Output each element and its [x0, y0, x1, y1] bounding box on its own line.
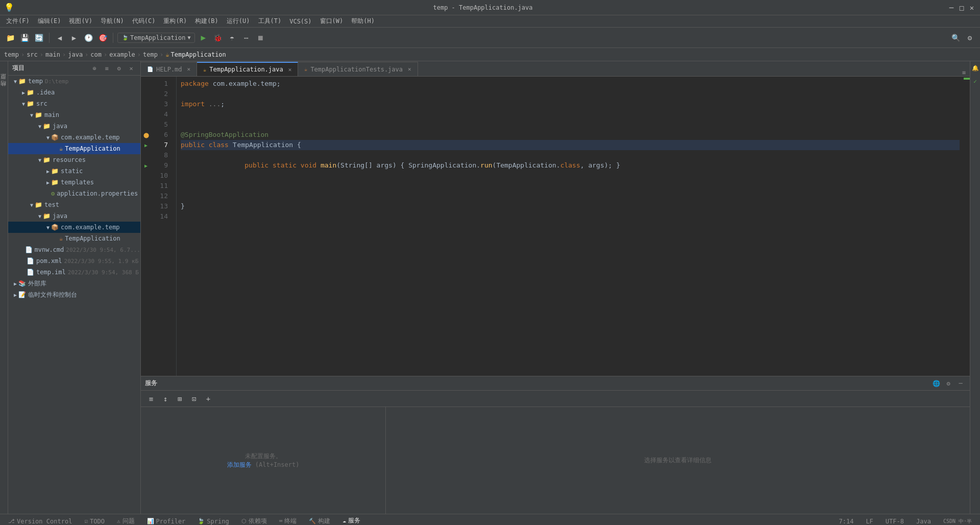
- sync-button[interactable]: 🔄: [33, 32, 45, 44]
- forward-button[interactable]: ▶: [68, 32, 80, 44]
- right-icon-notifications[interactable]: 🔔: [971, 63, 980, 73]
- panel-locate-button[interactable]: ⊕: [89, 63, 100, 74]
- services-expand-button[interactable]: ⊡: [188, 393, 200, 405]
- tree-item-tempapptests[interactable]: ☕ TempApplication: [8, 233, 140, 244]
- tree-item-templates[interactable]: ▶ 📁 templates: [8, 177, 140, 188]
- bottom-tab-dependencies[interactable]: ⬡ 依赖项: [237, 516, 271, 525]
- menu-build[interactable]: 构建(B): [191, 16, 223, 27]
- bottom-tab-profiler[interactable]: 📊 Profiler: [143, 517, 190, 526]
- tree-item-tempapplication[interactable]: ☕ TempApplication: [8, 143, 140, 154]
- services-globe-button[interactable]: 🌐: [931, 378, 941, 389]
- breadcrumb-item-temp[interactable]: temp: [4, 51, 19, 58]
- panel-options-button[interactable]: ⚙: [114, 63, 124, 74]
- bottom-tab-spring[interactable]: 🍃 Spring: [193, 517, 233, 526]
- tree-item-iml[interactable]: 📄 temp.iml 2022/3/30 9:54, 368 Б: [8, 267, 140, 278]
- menu-view[interactable]: 视图(V): [65, 16, 96, 27]
- menu-navigate[interactable]: 导航(N): [96, 16, 128, 27]
- services-list-button[interactable]: ≡: [145, 393, 157, 405]
- breadcrumb-item-src[interactable]: src: [27, 51, 38, 58]
- services-minimize-button[interactable]: ─: [955, 378, 966, 389]
- status-lang[interactable]: Java: [912, 517, 935, 526]
- tree-item-package[interactable]: ▼ 📦 com.example.temp: [8, 132, 140, 143]
- tree-item-pom[interactable]: 📄 pom.xml 2022/3/30 9:55, 1.9 кБ: [8, 255, 140, 267]
- tree-item-resources[interactable]: ▼ 📁 resources: [8, 154, 140, 165]
- nav-button[interactable]: 🎯: [96, 32, 109, 44]
- tree-item-mvnw[interactable]: 📄 mvnw.cmd 2022/3/30 9:54, 6.7...: [8, 244, 140, 255]
- tree-item-src[interactable]: ▼ 📁 src: [8, 98, 140, 109]
- menu-window[interactable]: 窗口(W): [316, 16, 348, 27]
- folder-icon-test: 📁: [35, 201, 42, 208]
- menu-file[interactable]: 文件(F): [2, 16, 34, 27]
- run-button[interactable]: ▶: [197, 32, 209, 44]
- tab-tempapplication-java[interactable]: ☕ TempApplication.java ✕: [197, 62, 298, 76]
- breadcrumb-item-example[interactable]: example: [109, 51, 135, 58]
- close-button[interactable]: ✕: [968, 4, 976, 12]
- breadcrumb-item-current[interactable]: ☕TempApplication: [165, 51, 226, 58]
- bottom-tab-todo[interactable]: ☑ TODO: [80, 517, 109, 526]
- tree-item-java-main[interactable]: ▼ 📁 java: [8, 121, 140, 132]
- services-sort-button[interactable]: ↕: [159, 393, 172, 405]
- stop-button[interactable]: ⏹: [254, 32, 266, 44]
- run-config-dropdown[interactable]: 🍃 TempApplication ▼: [117, 33, 195, 43]
- tree-item-scratch[interactable]: ▶ 📝 临时文件和控制台: [8, 289, 140, 300]
- panel-collapse-button[interactable]: ≡: [102, 63, 112, 74]
- structure-tab[interactable]: 结构: [0, 89, 9, 93]
- minimize-button[interactable]: ─: [947, 4, 955, 12]
- tab-tempapplicationtests-java[interactable]: ☕ TempApplicationTests.java ✕: [298, 62, 418, 76]
- tree-label-resources: resources: [53, 156, 86, 163]
- tree-item-main[interactable]: ▼ 📁 main: [8, 109, 140, 121]
- code-content[interactable]: package com.example.temp; import ...; @S…: [177, 77, 964, 376]
- menu-code[interactable]: 代码(C): [128, 16, 160, 27]
- debug-button[interactable]: 🐞: [211, 32, 224, 44]
- tree-item-test[interactable]: ▼ 📁 test: [8, 199, 140, 210]
- status-encoding[interactable]: UTF-8: [881, 517, 908, 526]
- panel-close-button[interactable]: ✕: [126, 63, 136, 74]
- back-button[interactable]: ◀: [54, 32, 66, 44]
- breadcrumb-item-main[interactable]: main: [45, 51, 60, 58]
- menu-vcs[interactable]: VCS(S): [285, 17, 315, 26]
- status-position[interactable]: LF: [862, 517, 877, 526]
- tree-item-idea[interactable]: ▶ 📁 .idea: [8, 87, 140, 98]
- archetype-tab[interactable]: 原型: [0, 82, 9, 86]
- bottom-tab-terminal[interactable]: ⌨ 终端: [275, 516, 301, 525]
- menu-run[interactable]: 运行(U): [223, 16, 254, 27]
- open-file-button[interactable]: 📁: [4, 32, 16, 44]
- menu-refactor[interactable]: 重构(R): [159, 16, 191, 27]
- tree-item-external-libs[interactable]: ▶ 📚 外部库: [8, 278, 140, 289]
- menu-tools[interactable]: 工具(T): [254, 16, 286, 27]
- tree-item-java-test[interactable]: ▼ 📁 java: [8, 210, 140, 222]
- bottom-tab-problems[interactable]: ⚠ 问题: [113, 516, 139, 525]
- tree-item-temp[interactable]: ▼ 📁 temp D:\temp: [8, 76, 140, 87]
- coverage-button[interactable]: ☂: [226, 32, 238, 44]
- save-button[interactable]: 💾: [18, 32, 31, 44]
- tab-help-md[interactable]: 📄 HELP.md ✕: [141, 62, 197, 76]
- recent-files-button[interactable]: 🕐: [82, 32, 94, 44]
- tab-options-button[interactable]: ≡: [958, 69, 970, 76]
- maximize-button[interactable]: □: [958, 4, 966, 12]
- gutter-run-icon[interactable]: ▶: [141, 140, 151, 150]
- breadcrumb-item-com[interactable]: com: [90, 51, 102, 58]
- breadcrumb-item-java[interactable]: java: [68, 51, 83, 58]
- tree-item-static[interactable]: ▶ 📁 static: [8, 165, 140, 177]
- tree-item-package-test[interactable]: ▼ 📦 com.example.temp: [8, 222, 140, 233]
- bottom-tab-services[interactable]: ☁ 服务: [338, 515, 364, 525]
- kw-public-9: public: [244, 160, 268, 171]
- services-group-button[interactable]: ⊞: [174, 393, 186, 405]
- menu-help[interactable]: 帮助(H): [347, 16, 379, 27]
- tree-item-application-properties[interactable]: ⚙ application.properties: [8, 188, 140, 199]
- settings-button[interactable]: ⚙: [964, 32, 976, 44]
- bottom-tab-build[interactable]: 🔨 构建: [305, 516, 334, 525]
- bottom-tab-version-control[interactable]: ⎇ Version Control: [4, 517, 76, 526]
- menu-edit[interactable]: 编辑(E): [34, 16, 65, 27]
- tree-arrow-src: ▼: [20, 101, 27, 107]
- tab-close-tempapptests[interactable]: ✕: [408, 66, 411, 73]
- search-everywhere-button[interactable]: 🔍: [949, 32, 962, 44]
- breadcrumb-item-temp2[interactable]: temp: [143, 51, 158, 58]
- gutter-run-icon-9[interactable]: ▶: [141, 160, 151, 171]
- services-settings-button[interactable]: ⚙: [943, 378, 953, 389]
- more-run-button[interactable]: ⋯: [240, 32, 252, 44]
- services-add-link[interactable]: 添加服务: [227, 461, 252, 468]
- services-add-button[interactable]: +: [202, 393, 214, 405]
- tab-close-tempapp[interactable]: ✕: [288, 66, 292, 73]
- tab-close-help[interactable]: ✕: [187, 66, 191, 73]
